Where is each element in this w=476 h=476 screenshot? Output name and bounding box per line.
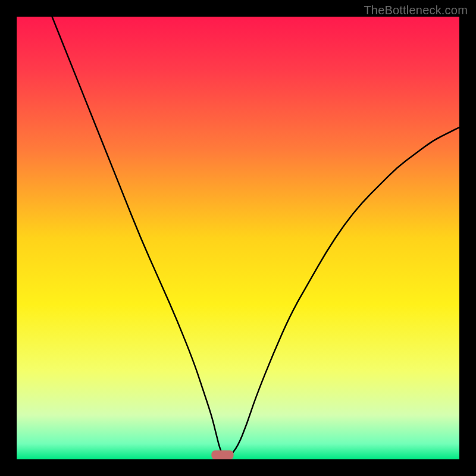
minimum-marker (211, 450, 233, 459)
watermark-text: TheBottleneck.com (364, 4, 468, 17)
chart-background (17, 17, 459, 459)
chart-svg (17, 17, 459, 459)
chart-frame: TheBottleneck.com (0, 0, 476, 476)
chart-plot-area (17, 17, 459, 459)
